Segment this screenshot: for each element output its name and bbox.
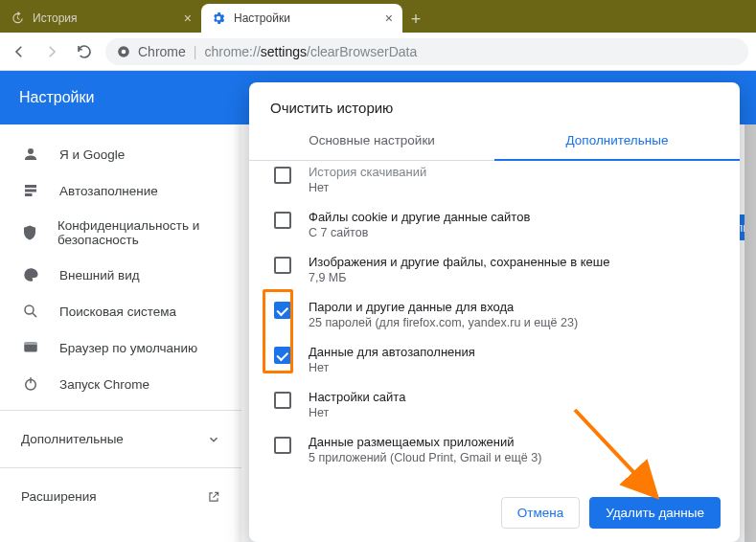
option-title: Данные для автозаполнения xyxy=(309,345,475,359)
new-tab-button[interactable]: + xyxy=(402,6,429,33)
sidebar: Я и Google Автозаполнение Конфиденциальн… xyxy=(0,124,241,542)
checkbox[interactable] xyxy=(274,392,291,409)
svg-point-2 xyxy=(25,305,34,314)
page-title: Настройки xyxy=(19,89,94,106)
checkbox[interactable] xyxy=(274,257,291,274)
option-title: Изображения и другие файлы, сохраненные … xyxy=(309,255,609,269)
checkbox[interactable] xyxy=(274,347,291,364)
option-passwords[interactable]: Пароли и другие данные для входа 25 паро… xyxy=(268,292,721,337)
back-button[interactable] xyxy=(8,40,31,63)
close-icon[interactable]: × xyxy=(184,11,192,26)
tab-advanced[interactable]: Дополнительные xyxy=(494,122,740,161)
sidebar-item-you-and-google[interactable]: Я и Google xyxy=(0,136,241,172)
checkbox[interactable] xyxy=(274,437,291,454)
tab-label: Настройки xyxy=(234,11,290,25)
external-link-icon xyxy=(207,490,220,504)
divider xyxy=(0,467,241,468)
confirm-button[interactable]: Удалить данные xyxy=(589,497,721,529)
tab-history[interactable]: История × xyxy=(0,4,201,33)
option-title: Файлы cookie и другие данные сайтов xyxy=(309,210,530,224)
power-icon xyxy=(21,375,40,393)
browser-toolbar: Chrome | chrome://settings/clearBrowserD… xyxy=(0,33,756,71)
chevron-down-icon xyxy=(207,433,220,446)
sidebar-item-label: Запуск Chrome xyxy=(59,377,149,392)
tab-basic[interactable]: Основные настройки xyxy=(249,122,494,161)
sidebar-advanced-toggle[interactable]: Дополнительные xyxy=(0,418,241,460)
option-cache[interactable]: Изображения и другие файлы, сохраненные … xyxy=(268,247,721,292)
omnibox[interactable]: Chrome | chrome://settings/clearBrowserD… xyxy=(105,38,748,65)
sidebar-item-default-browser[interactable]: Браузер по умолчанию xyxy=(0,329,241,366)
sidebar-extensions[interactable]: Расширения xyxy=(0,476,241,517)
option-sub: С 7 сайтов xyxy=(309,226,530,239)
sidebar-item-autofill[interactable]: Автозаполнение xyxy=(0,172,241,209)
tab-label: История xyxy=(33,11,78,25)
history-icon xyxy=(10,11,25,26)
option-site-settings[interactable]: Настройки сайта Нет xyxy=(268,382,721,427)
option-autofill[interactable]: Данные для автозаполнения Нет xyxy=(268,337,721,382)
cancel-button[interactable]: Отмена xyxy=(501,497,580,529)
forward-button[interactable] xyxy=(40,40,63,63)
sidebar-item-label: Автозаполнение xyxy=(59,184,158,198)
option-sub: 25 паролей (для firefox.com, yandex.ru и… xyxy=(309,316,578,329)
option-download-history[interactable]: История скачиваний Нет xyxy=(268,161,721,202)
option-title: История скачиваний xyxy=(309,165,426,179)
svg-point-1 xyxy=(122,49,126,54)
sidebar-item-label: Внешний вид xyxy=(59,268,140,282)
shield-icon xyxy=(21,224,38,241)
dialog-title: Очистить историю xyxy=(249,82,740,122)
sidebar-item-label: Я и Google xyxy=(59,147,125,162)
option-sub: Нет xyxy=(309,181,426,194)
browser-icon xyxy=(21,339,40,356)
url-text: chrome://settings/clearBrowserData xyxy=(204,44,417,59)
tab-settings[interactable]: Настройки × xyxy=(201,4,402,33)
option-cookies[interactable]: Файлы cookie и другие данные сайтов С 7 … xyxy=(268,202,721,247)
option-title: Настройки сайта xyxy=(309,390,405,404)
option-sub: 5 приложений (Cloud Print, Gmail и ещё 3… xyxy=(309,451,541,464)
option-sub: Нет xyxy=(309,361,475,374)
dialog-tabs: Основные настройки Дополнительные xyxy=(249,122,740,161)
checkbox[interactable] xyxy=(274,212,291,229)
sidebar-item-privacy[interactable]: Конфиденциальность и безопасность xyxy=(0,209,241,257)
option-sub: Нет xyxy=(309,406,405,419)
clear-data-dialog: Очистить историю Основные настройки Допо… xyxy=(249,82,740,542)
sidebar-item-label: Конфиденциальность и безопасность xyxy=(57,218,220,247)
chrome-icon xyxy=(117,45,130,58)
option-title: Данные размещаемых приложений xyxy=(309,435,541,449)
dialog-footer: Отмена Удалить данные xyxy=(249,484,740,542)
option-hosted-apps[interactable]: Данные размещаемых приложений 5 приложен… xyxy=(268,427,721,472)
gear-icon xyxy=(211,11,226,26)
sidebar-item-search[interactable]: Поисковая система xyxy=(0,293,241,329)
divider xyxy=(0,410,241,411)
checkbox[interactable] xyxy=(274,302,291,319)
palette-icon xyxy=(21,266,40,283)
sidebar-item-appearance[interactable]: Внешний вид xyxy=(0,257,241,293)
option-sub: 7,9 МБ xyxy=(309,271,609,284)
sidebar-item-startup[interactable]: Запуск Chrome xyxy=(0,366,241,402)
sidebar-item-label: Браузер по умолчанию xyxy=(59,341,197,355)
svg-rect-4 xyxy=(24,342,37,345)
separator: | xyxy=(194,44,197,59)
checkbox[interactable] xyxy=(274,167,291,184)
option-title: Пароли и другие данные для входа xyxy=(309,300,578,314)
dialog-body[interactable]: История скачиваний Нет Файлы cookie и др… xyxy=(249,161,740,484)
close-icon[interactable]: × xyxy=(385,11,393,26)
sidebar-item-label: Поисковая система xyxy=(59,305,176,319)
sidebar-advanced-label: Дополнительные xyxy=(21,432,124,446)
person-icon xyxy=(21,146,40,163)
reload-button[interactable] xyxy=(73,40,96,63)
tabstrip: История × Настройки × + xyxy=(0,0,756,33)
sidebar-extensions-label: Расширения xyxy=(21,489,97,504)
autofill-icon xyxy=(21,182,40,199)
url-icon-label: Chrome xyxy=(138,44,186,59)
search-icon xyxy=(21,303,40,320)
